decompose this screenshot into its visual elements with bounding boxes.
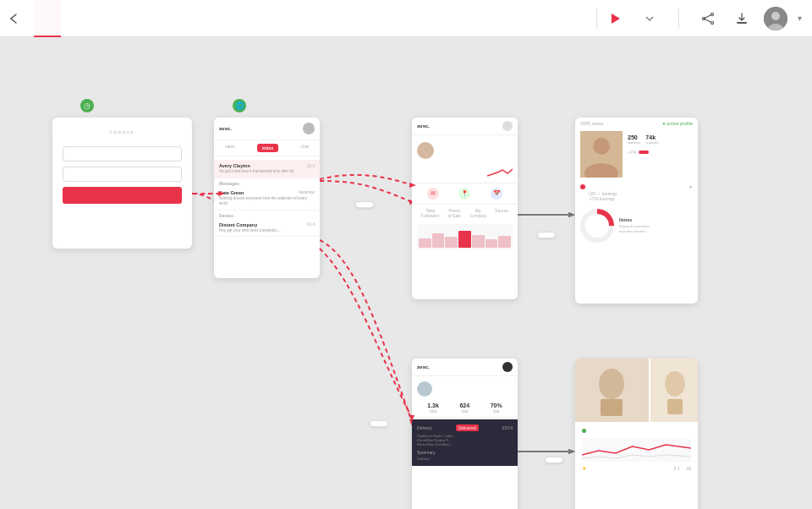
emp-header: 1685 views ● active profile (575, 118, 698, 129)
tab-activity[interactable] (169, 0, 196, 37)
login-logo: campus (110, 129, 135, 134)
nav-tabs (34, 0, 590, 37)
nav-actions: ▾ (604, 7, 802, 30)
item-stock (582, 429, 691, 433)
item-chart (582, 438, 691, 462)
item-bottom-row: ★ 2.1 29 (582, 465, 691, 471)
emp-photo-row: 250 statistics 74k statistics +7% (575, 129, 698, 181)
emp-timeline: ▼ LBC — Earnings+71% Earnings (575, 181, 698, 209)
myprofile-avatar-row (412, 135, 518, 162)
myprofile-header: avsc. (412, 118, 518, 135)
client-dark-section: Delivery Delivered 03/14 DuoBrush Radio … (412, 419, 518, 466)
topnav: ▾ (0, 0, 812, 37)
login-label: ◷ (80, 99, 98, 112)
back-button[interactable] (10, 14, 20, 24)
emp-edit-button[interactable] (575, 243, 698, 248)
myprofile-chart (417, 224, 513, 249)
inbox-item-0[interactable]: Avery Clayton 01:4 He got it and love it… (214, 160, 320, 178)
tab-design[interactable] (61, 0, 88, 37)
item-photo-side (649, 358, 698, 422)
stock-dot (582, 429, 586, 433)
inbox-section-demos: Demos (214, 211, 320, 219)
emp-percent-row: Notes Ready for promotionand new activit… (575, 209, 698, 243)
inbox-logo: avsc. (219, 126, 232, 131)
nav-divider-2 (678, 8, 679, 29)
myprofile-avatar-sm (502, 121, 513, 131)
login-button[interactable] (63, 187, 182, 204)
tab-styleguide[interactable] (142, 0, 169, 37)
location-icon[interactable]: 📍 (458, 188, 470, 200)
inbox-active-tab[interactable]: inbox (257, 144, 278, 152)
canvas: ◷ campus 🌐 (0, 37, 812, 509)
share-button[interactable] (696, 7, 720, 30)
timeline-dot (580, 184, 585, 189)
svg-rect-23 (667, 399, 683, 414)
client-header: avsc. (412, 358, 518, 376)
login-inner: campus (52, 118, 192, 217)
tab-prototype[interactable] (88, 0, 115, 37)
client-path-label (370, 420, 388, 427)
inbox-nav: sales inbox chat (214, 140, 320, 156)
client-avatar (417, 381, 432, 397)
item-photos (575, 358, 698, 422)
play-dropdown-button[interactable] (638, 7, 661, 30)
inbox-header: avsc. (214, 118, 320, 140)
myprofile-small-stats: TotalFollowers Pointsof Sale MyContacts … (412, 205, 518, 222)
svg-point-2 (711, 21, 714, 24)
inbox-item-2[interactable]: Distant Company 01:4 Hey get your next l… (214, 219, 320, 238)
myprofile-icons: ✉ 📍 📅 (412, 183, 518, 205)
client-stats: 1.3kstat 624stat 70%stat (412, 399, 518, 418)
inbox-frame: avsc. sales inbox chat Avery Clayton 01:… (214, 118, 320, 278)
myprofile-avatar (417, 142, 434, 159)
svg-marker-0 (612, 14, 620, 24)
svg-marker-14 (568, 449, 575, 454)
login-label-icon: ◷ (80, 99, 94, 112)
item-frame: ★ 2.1 29 (575, 358, 698, 509)
tab-artboard[interactable] (34, 0, 61, 37)
svg-point-1 (711, 13, 714, 15)
avatar-dropdown[interactable]: ▾ (798, 14, 802, 23)
inbox-label: 🌐 (233, 99, 250, 112)
emp-save-button[interactable] (639, 151, 649, 154)
myprofile-frame: avsc. ✉ (412, 118, 518, 299)
emp-photo (580, 131, 623, 178)
download-button[interactable] (730, 7, 754, 30)
emp-donut-inner (585, 214, 609, 238)
click-label (537, 232, 556, 238)
password-field[interactable] (63, 167, 182, 182)
play-button[interactable] (604, 7, 628, 30)
envelope-icon[interactable]: ✉ (427, 188, 439, 200)
svg-line-5 (704, 19, 711, 22)
employee-frame: 1685 views ● active profile 250 statisti… (575, 118, 698, 304)
svg-marker-13 (568, 212, 575, 217)
tab-document[interactable] (115, 0, 142, 37)
login-frame: campus (52, 118, 192, 249)
inbox-avatar (303, 123, 315, 134)
avatar[interactable] (764, 7, 787, 30)
emp-info: 250 statistics 74k statistics +7% (628, 131, 693, 178)
svg-line-4 (704, 14, 711, 18)
item-photo-main (575, 358, 649, 422)
item-reviews: ★ (582, 465, 588, 471)
inbox-items: Avery Clayton 01:4 He got it and love it… (214, 156, 320, 237)
inbox-label-icon: 🌐 (233, 99, 246, 112)
svg-marker-27 (568, 212, 575, 217)
svg-rect-6 (737, 22, 747, 24)
username-field[interactable] (63, 146, 182, 161)
svg-point-19 (599, 369, 624, 399)
calendar-icon[interactable]: 📅 (491, 188, 502, 200)
svg-point-22 (665, 371, 685, 397)
inbox-section-messages: Messages (214, 178, 320, 187)
client-frame: avsc. 1.3kstat 624stat 70%stat Delivery … (412, 358, 518, 509)
item-info: ★ 2.1 29 (575, 422, 698, 476)
client-avatar-row (412, 376, 518, 399)
item-path-label (545, 457, 563, 463)
nav-divider-1 (596, 8, 597, 29)
svg-point-16 (593, 138, 610, 155)
inbox-item-1[interactable]: Kate Green Yesterday Nothing proves ever… (214, 187, 320, 211)
myprofile-stats (412, 162, 518, 183)
svg-point-8 (771, 12, 780, 20)
mypage-label (355, 201, 374, 208)
svg-marker-28 (568, 449, 575, 454)
svg-rect-20 (601, 399, 623, 416)
